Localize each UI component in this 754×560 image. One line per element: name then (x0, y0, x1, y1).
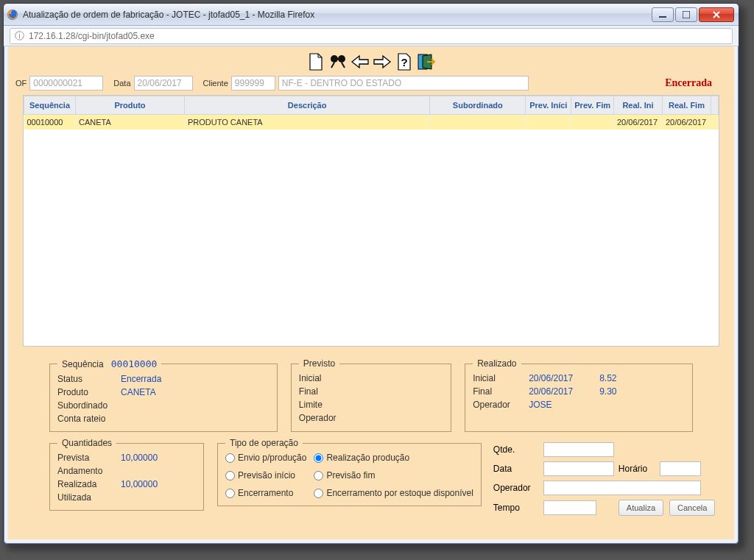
col-subordinado[interactable]: Subordinado (430, 96, 526, 115)
of-value[interactable]: 0000000021 (29, 76, 103, 91)
realizado-legend: Realizado (473, 358, 521, 369)
radio-realizacao-producao[interactable]: Realização produção (314, 453, 473, 463)
exit-icon[interactable] (416, 52, 437, 71)
previsto-legend: Previsto (299, 358, 339, 369)
col-real-ini[interactable]: Real. Ini (614, 96, 663, 115)
horario-label: Horário (619, 464, 655, 474)
browser-window: Atualização de ordem de fabricação - JOT… (3, 3, 739, 545)
qtde-label: Qtde. (493, 444, 539, 455)
radio-envio-producao[interactable]: Envio p/produção (225, 453, 306, 463)
panel-sequencia: Sequência 00010000 StatusEncerrada Produ… (49, 358, 278, 432)
data-input[interactable] (543, 461, 614, 476)
svg-rect-1 (659, 16, 666, 18)
sequencia-code: 00010000 (111, 358, 158, 369)
radio-encerramento[interactable]: Encerramento (225, 488, 306, 498)
new-document-icon[interactable] (306, 52, 326, 71)
col-prev-fim[interactable]: Prev. Fim (571, 96, 614, 115)
col-prev-inicio[interactable]: Prev. Iníci (526, 96, 571, 115)
svg-rect-5 (337, 58, 339, 60)
operador-input[interactable] (543, 481, 701, 495)
grid: Sequência Produto Descrição Subordinado … (23, 95, 719, 347)
tempo-label: Tempo (493, 503, 539, 513)
svg-text:?: ? (401, 56, 407, 68)
page-content: ? OF 0000000021 Data 20/06/2017 Cliente … (8, 46, 734, 539)
next-arrow-icon[interactable] (372, 52, 392, 71)
window-close-button[interactable] (699, 7, 734, 22)
horario-input[interactable] (660, 461, 701, 476)
window-minimize-button[interactable] (652, 7, 674, 22)
table-header-row: Sequência Produto Descrição Subordinado … (24, 96, 719, 115)
right-inputs: Qtde. Data Horário Operador Tempo Atuali… (493, 442, 701, 516)
col-produto[interactable]: Produto (76, 96, 185, 115)
of-label: OF (15, 79, 27, 88)
data-input-label: Data (493, 464, 539, 474)
titlebar: Atualização de ordem de fabricação - JOT… (4, 4, 739, 26)
tipo-legend: Tipo de operação (225, 438, 303, 448)
panel-realizado: Realizado Inicial20/06/20178.52 Final20/… (465, 358, 693, 432)
col-real-fim[interactable]: Real. Fim (663, 96, 711, 115)
table-row[interactable]: 00010000 CANETA PRODUTO CANETA 20/06/201… (24, 115, 719, 130)
site-info-icon[interactable]: ⓘ (15, 29, 24, 43)
cliente-nome[interactable]: NF-E - DENTRO DO ESTADO (278, 76, 529, 91)
panel-tipo-operacao: Tipo de operação Envio p/produção Realiz… (217, 438, 482, 506)
data-value[interactable]: 20/06/2017 (134, 76, 193, 91)
quantidades-legend: Quantidades (57, 438, 116, 448)
header-form-row: OF 0000000021 Data 20/06/2017 Cliente 99… (15, 76, 727, 91)
data-label: Data (113, 79, 130, 88)
firefox-icon (7, 9, 18, 21)
radio-previsao-inicio[interactable]: Previsão início (225, 470, 306, 481)
url-field[interactable]: ⓘ 172.16.1.28/cgi-bin/jtofad05.exe (10, 28, 733, 44)
cliente-code[interactable]: 999999 (231, 76, 275, 91)
radio-encerramento-estoque[interactable]: Encerramento por estoque disponível (314, 488, 473, 498)
status-label: Encerrada (665, 77, 712, 89)
search-icon[interactable] (328, 52, 348, 71)
col-sequencia[interactable]: Sequência (24, 96, 76, 115)
urlbar-row: ⓘ 172.16.1.28/cgi-bin/jtofad05.exe (4, 26, 739, 46)
help-icon[interactable]: ? (394, 52, 415, 71)
window-maximize-button[interactable] (675, 7, 697, 22)
window-title: Atualização de ordem de fabricação - JOT… (23, 10, 646, 20)
operador-input-label: Operador (493, 483, 539, 493)
atualiza-button[interactable]: Atualiza (619, 500, 663, 516)
panel-quantidades: Quantidades Prevista10,00000 Andamento R… (49, 438, 204, 511)
sequencia-legend: Sequência (62, 359, 104, 369)
qtde-input[interactable] (543, 442, 614, 457)
col-descricao[interactable]: Descrição (185, 96, 430, 115)
svg-rect-2 (683, 11, 690, 18)
url-text: 172.16.1.28/cgi-bin/jtofad05.exe (29, 31, 155, 41)
tempo-input[interactable] (543, 500, 596, 515)
toolbar: ? (15, 51, 727, 73)
cliente-label: Cliente (203, 79, 228, 88)
cancela-button[interactable]: Cancela (669, 500, 715, 516)
prev-arrow-icon[interactable] (350, 52, 370, 71)
radio-previsao-fim[interactable]: Previsão fim (314, 470, 473, 481)
panel-previsto: Previsto Inicial Final Limite Operador (291, 358, 451, 432)
